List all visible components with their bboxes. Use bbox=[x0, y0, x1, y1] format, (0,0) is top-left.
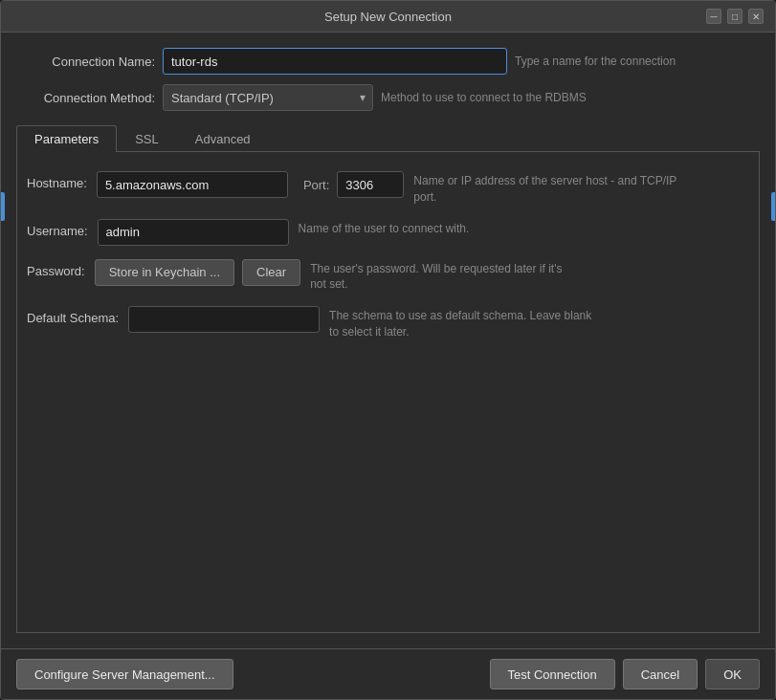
default-schema-hint: The schema to use as default schema. Lea… bbox=[320, 306, 597, 340]
password-hint: The user's password. Will be requested l… bbox=[300, 259, 578, 294]
connection-method-row: Connection Method: Standard (TCP/IP) Sta… bbox=[16, 84, 760, 111]
close-button[interactable]: ✕ bbox=[748, 9, 764, 24]
username-input[interactable] bbox=[98, 219, 289, 246]
hostname-input-area: Port: bbox=[97, 171, 404, 198]
tab-parameters[interactable]: Parameters bbox=[16, 125, 117, 152]
username-label: Username: bbox=[27, 219, 98, 238]
password-input-area: Store in Keychain ... Clear bbox=[95, 259, 300, 286]
left-indicator bbox=[1, 192, 5, 221]
dialog-content: Connection Name: Type a name for the con… bbox=[1, 33, 775, 648]
tab-ssl[interactable]: SSL bbox=[117, 125, 177, 152]
setup-connection-dialog: Setup New Connection ─ □ ✕ Connection Na… bbox=[0, 0, 776, 700]
connection-name-row: Connection Name: Type a name for the con… bbox=[16, 48, 760, 75]
test-connection-button[interactable]: Test Connection bbox=[490, 659, 615, 689]
default-schema-input[interactable] bbox=[128, 306, 320, 333]
default-schema-label: Default Schema: bbox=[27, 306, 128, 325]
right-indicator bbox=[771, 192, 775, 221]
clear-button[interactable]: Clear bbox=[242, 259, 300, 286]
username-hint: Name of the user to connect with. bbox=[289, 219, 470, 237]
hostname-label: Hostname: bbox=[27, 171, 97, 190]
dialog-title: Setup New Connection bbox=[70, 10, 706, 24]
connection-method-wrapper: Standard (TCP/IP) Standard TCP/IP over S… bbox=[163, 84, 373, 111]
title-bar: Setup New Connection ─ □ ✕ bbox=[1, 1, 775, 33]
cancel-button[interactable]: Cancel bbox=[623, 659, 698, 689]
maximize-button[interactable]: □ bbox=[727, 9, 743, 24]
hostname-hint: Name or IP address of the server host - … bbox=[404, 171, 681, 206]
connection-name-hint: Type a name for the connection bbox=[515, 55, 760, 68]
password-row: Password: Store in Keychain ... Clear Th… bbox=[27, 259, 749, 294]
footer: Configure Server Management... Test Conn… bbox=[1, 648, 775, 699]
window-controls: ─ □ ✕ bbox=[706, 9, 764, 24]
connection-method-label: Connection Method: bbox=[16, 91, 155, 105]
tab-advanced[interactable]: Advanced bbox=[177, 125, 269, 152]
username-input-area bbox=[98, 219, 289, 246]
footer-left: Configure Server Management... bbox=[16, 659, 490, 689]
connection-name-label: Connection Name: bbox=[16, 55, 155, 69]
connection-name-input[interactable] bbox=[163, 48, 507, 75]
hostname-row: Hostname: Port: Name or IP address of th… bbox=[27, 171, 749, 206]
ok-button[interactable]: OK bbox=[705, 659, 760, 689]
minimize-button[interactable]: ─ bbox=[706, 9, 721, 24]
password-label: Password: bbox=[27, 259, 95, 278]
footer-right: Test Connection Cancel OK bbox=[490, 659, 761, 689]
username-row: Username: Name of the user to connect wi… bbox=[27, 219, 749, 246]
configure-server-management-button[interactable]: Configure Server Management... bbox=[16, 659, 233, 689]
tab-bar: Parameters SSL Advanced bbox=[16, 124, 760, 152]
tab-content-parameters: Hostname: Port: Name or IP address of th… bbox=[16, 152, 760, 633]
connection-method-select[interactable]: Standard (TCP/IP) Standard TCP/IP over S… bbox=[163, 84, 373, 111]
store-in-keychain-button[interactable]: Store in Keychain ... bbox=[95, 259, 234, 286]
port-label: Port: bbox=[303, 178, 329, 192]
tab-section: Parameters SSL Advanced Hostname: Port: … bbox=[16, 120, 760, 633]
port-input[interactable] bbox=[337, 171, 404, 198]
default-schema-input-area bbox=[128, 306, 320, 333]
hostname-input[interactable] bbox=[97, 171, 288, 198]
connection-method-hint: Method to use to connect to the RDBMS bbox=[381, 91, 760, 104]
default-schema-row: Default Schema: The schema to use as def… bbox=[27, 306, 749, 340]
